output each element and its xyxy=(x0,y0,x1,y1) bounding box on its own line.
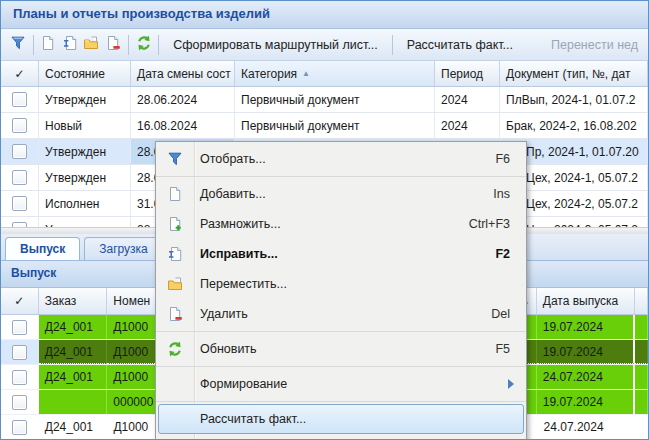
menu-item-delete[interactable]: Удалить Del xyxy=(156,299,526,329)
column-header-check[interactable]: ✓ xyxy=(1,61,39,86)
filter-button[interactable] xyxy=(7,33,29,57)
add-button[interactable] xyxy=(38,33,60,57)
menu-item-duplicate[interactable]: Размножить... Ctrl+F3 xyxy=(156,209,526,239)
move-folder-icon xyxy=(167,276,183,292)
column-header-state-date[interactable]: Дата смены сост xyxy=(131,61,235,86)
refresh-icon xyxy=(167,341,183,357)
row-checkbox[interactable] xyxy=(12,320,27,335)
row-checkbox[interactable] xyxy=(12,92,27,107)
menu-separator xyxy=(156,331,526,332)
row-checkbox[interactable] xyxy=(12,196,27,211)
row-checkbox[interactable] xyxy=(12,118,27,133)
page-title: Планы и отчеты производства изделий xyxy=(13,6,270,21)
plans-table-header: ✓ Состояние Дата смены сост Категория ▲ … xyxy=(1,61,648,87)
app-window: Планы и отчеты производства изделий xyxy=(0,0,649,440)
delete-button[interactable] xyxy=(102,33,124,57)
column-header-order[interactable]: Заказ xyxy=(39,288,108,314)
edit-document-icon xyxy=(167,246,183,262)
menu-separator xyxy=(156,176,526,177)
menu-item-calculate-fact[interactable]: Рассчитать факт... xyxy=(158,404,524,434)
create-route-sheet-button[interactable]: Сформировать маршрутный лист... xyxy=(163,38,388,52)
refresh-icon xyxy=(136,35,152,54)
column-header-period[interactable]: Период xyxy=(435,61,500,86)
filter-icon xyxy=(167,151,183,167)
column-header-document[interactable]: Документ (тип, №, дат xyxy=(500,61,648,86)
menu-separator xyxy=(156,401,526,402)
sort-asc-icon: ▲ xyxy=(302,69,310,78)
row-checkbox[interactable] xyxy=(12,170,27,185)
toolbar-separator xyxy=(128,35,129,55)
context-menu: Отобрать... F6 Добавить... Ins Размножит… xyxy=(155,141,527,440)
table-row[interactable]: Утвержден 28.06.2024 Первичный документ … xyxy=(1,87,648,113)
edit-button[interactable] xyxy=(59,33,81,57)
menu-item-select[interactable]: Отобрать... F6 xyxy=(156,144,526,174)
submenu-arrow-icon xyxy=(508,379,514,389)
filter-icon xyxy=(10,35,26,54)
add-document-icon xyxy=(40,35,56,54)
edit-document-icon xyxy=(62,35,78,54)
menu-item-refresh[interactable]: Обновить F5 xyxy=(156,334,526,364)
copy-document-icon xyxy=(167,216,183,232)
menu-item-edit[interactable]: Исправить... F2 xyxy=(156,239,526,269)
delete-document-icon xyxy=(167,306,183,322)
delete-document-icon xyxy=(105,35,121,54)
window-title-bar: Планы и отчеты производства изделий xyxy=(1,1,648,29)
row-checkbox[interactable] xyxy=(12,395,27,410)
column-header-check[interactable]: ✓ xyxy=(1,288,39,314)
column-header-category[interactable]: Категория ▲ xyxy=(235,61,435,86)
table-row[interactable]: Новый 16.08.2024 Первичный документ 2024… xyxy=(1,113,648,139)
menu-item-add[interactable]: Добавить... Ins xyxy=(156,179,526,209)
calculate-fact-button[interactable]: Рассчитать факт... xyxy=(397,38,523,52)
toolbar-separator xyxy=(33,35,34,55)
toolbar-separator xyxy=(158,35,159,55)
refresh-button[interactable] xyxy=(133,33,155,57)
menu-item-formation[interactable]: Формирование xyxy=(156,369,526,399)
column-header-release-date[interactable]: Дата выпуска xyxy=(537,288,635,314)
menu-item-move[interactable]: Переместить... xyxy=(156,269,526,299)
add-document-icon xyxy=(167,186,183,202)
row-checkbox[interactable] xyxy=(12,370,27,385)
toolbar: Сформировать маршрутный лист... Рассчита… xyxy=(1,29,648,61)
move-week-button[interactable]: Перенести нед xyxy=(541,38,648,52)
column-header-state[interactable]: Состояние xyxy=(39,61,131,86)
row-checkbox[interactable] xyxy=(12,420,27,435)
column-header-extra xyxy=(635,288,648,314)
row-checkbox[interactable] xyxy=(12,144,27,159)
menu-separator xyxy=(156,366,526,367)
move-folder-icon xyxy=(83,35,99,54)
tab-vypusk[interactable]: Выпуск xyxy=(5,237,80,260)
row-checkbox[interactable] xyxy=(12,345,27,360)
move-button[interactable] xyxy=(81,33,103,57)
toolbar-separator xyxy=(392,35,393,55)
